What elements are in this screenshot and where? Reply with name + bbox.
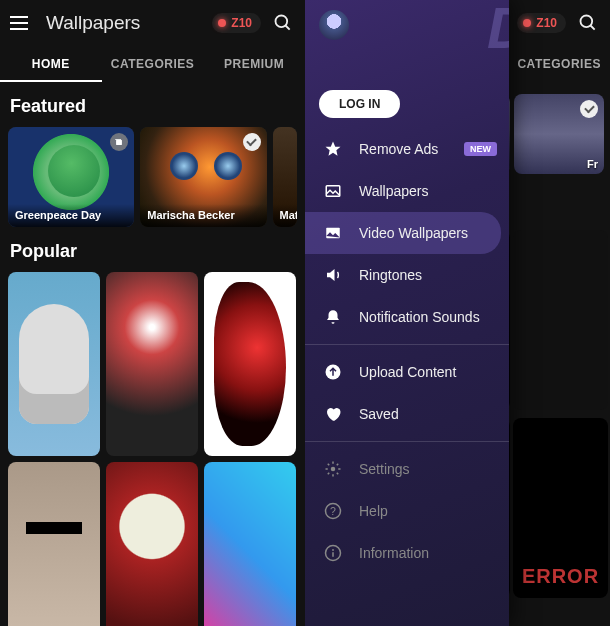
svg-point-0 xyxy=(276,16,288,28)
hamburger-icon[interactable] xyxy=(8,12,30,34)
featured-label: Fr xyxy=(587,158,598,170)
nav-label: Information xyxy=(359,545,429,561)
svg-rect-14 xyxy=(332,552,334,557)
svg-line-1 xyxy=(286,26,290,30)
featured-label: Mate xyxy=(273,204,298,227)
wallpaper-card[interactable] xyxy=(513,230,608,410)
svg-point-13 xyxy=(332,549,334,551)
featured-label: Greenpeace Day xyxy=(8,204,134,227)
tab-categories[interactable]: CATEGORIES xyxy=(508,46,610,80)
nav-upload[interactable]: Upload Content xyxy=(305,351,509,393)
tabs: HOME CATEGORIES PREMIUM xyxy=(0,46,305,82)
nav-label: Help xyxy=(359,503,388,519)
nav-label: Ringtones xyxy=(359,267,422,283)
nav-label: Notification Sounds xyxy=(359,309,480,325)
tab-categories[interactable]: CATEGORIES xyxy=(102,46,204,82)
featured-row[interactable]: Greenpeace Day Marischa Becker Mate xyxy=(0,127,305,227)
nav-settings[interactable]: Settings xyxy=(305,448,509,490)
upload-icon xyxy=(323,362,343,382)
nav-help[interactable]: ? Help xyxy=(305,490,509,532)
credits-pill[interactable]: Z10 xyxy=(517,13,566,33)
wallpaper-card[interactable] xyxy=(204,272,296,456)
nav-remove-ads[interactable]: Remove Ads NEW xyxy=(305,128,509,170)
nav-ringtones[interactable]: Ringtones xyxy=(305,254,509,296)
svg-point-9 xyxy=(331,467,336,472)
heart-icon xyxy=(323,404,343,424)
nav-information[interactable]: Information xyxy=(305,532,509,574)
info-icon xyxy=(323,543,343,563)
drawer-header: D xyxy=(305,0,509,90)
popular-grid[interactable] xyxy=(0,272,305,626)
svg-rect-2 xyxy=(116,140,122,145)
divider xyxy=(305,441,509,442)
nav-label: Remove Ads xyxy=(359,141,438,157)
new-badge: NEW xyxy=(464,142,497,156)
screen-main: Wallpapers Z10 HOME CATEGORIES PREMIUM F… xyxy=(0,0,305,626)
nav-wallpapers[interactable]: Wallpapers xyxy=(305,170,509,212)
image-icon xyxy=(323,181,343,201)
svg-point-4 xyxy=(581,16,593,28)
bell-icon xyxy=(323,307,343,327)
help-icon: ? xyxy=(323,501,343,521)
app-logo: D xyxy=(487,0,509,61)
section-featured-heading: Featured xyxy=(0,82,305,127)
featured-card[interactable]: Mate xyxy=(273,127,298,227)
wallpaper-card[interactable]: ERROR xyxy=(513,418,608,598)
wallpaper-card[interactable] xyxy=(8,272,100,456)
wallpaper-card[interactable] xyxy=(106,272,198,456)
nav-notification-sounds[interactable]: Notification Sounds xyxy=(305,296,509,338)
nav-label: Saved xyxy=(359,406,399,422)
page-title: Wallpapers xyxy=(46,12,204,34)
tab-premium[interactable]: PREMIUM xyxy=(203,46,305,82)
gear-icon xyxy=(323,459,343,479)
featured-label: Marischa Becker xyxy=(140,204,266,227)
nav-video-wallpapers[interactable]: Video Wallpapers xyxy=(305,212,501,254)
wallpaper-card[interactable] xyxy=(204,462,296,626)
nav-saved[interactable]: Saved xyxy=(305,393,509,435)
nav-label: Video Wallpapers xyxy=(359,225,468,241)
verified-icon xyxy=(580,100,598,118)
screen-drawer: Z10 CATEGORIES usli Fr ERROR D LOG IN Re… xyxy=(305,0,610,626)
topbar: Wallpapers Z10 xyxy=(0,0,305,46)
section-popular-heading: Popular xyxy=(0,227,305,272)
tab-home[interactable]: HOME xyxy=(0,46,102,82)
wallpaper-card[interactable] xyxy=(106,462,198,626)
featured-card[interactable]: Greenpeace Day xyxy=(8,127,134,227)
svg-rect-3 xyxy=(116,139,122,140)
nav-label: Settings xyxy=(359,461,410,477)
featured-card[interactable]: Marischa Becker xyxy=(140,127,266,227)
sound-icon xyxy=(323,265,343,285)
avatar-icon[interactable] xyxy=(319,10,349,40)
video-image-icon xyxy=(323,223,343,243)
nav-drawer: D LOG IN Remove Ads NEW Wallpapers Video… xyxy=(305,0,509,626)
verified-icon xyxy=(243,133,261,151)
search-icon[interactable] xyxy=(578,13,598,33)
nav-label: Upload Content xyxy=(359,364,456,380)
star-icon xyxy=(323,139,343,159)
nav-label: Wallpapers xyxy=(359,183,429,199)
svg-text:?: ? xyxy=(330,505,336,517)
credits-pill[interactable]: Z10 xyxy=(212,13,261,33)
svg-line-5 xyxy=(591,26,595,30)
login-button[interactable]: LOG IN xyxy=(319,90,400,118)
divider xyxy=(305,344,509,345)
search-icon[interactable] xyxy=(273,13,293,33)
wallpaper-card[interactable] xyxy=(8,462,100,626)
